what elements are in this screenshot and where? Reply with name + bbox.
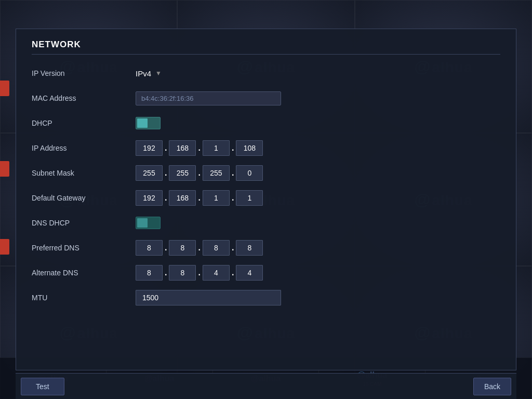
ip-octet-2[interactable]: 168 [169, 140, 196, 156]
gateway-dot-3: . [230, 193, 236, 203]
dhcp-label: DHCP [32, 119, 136, 127]
preferred-dns-octet-2[interactable]: 8 [169, 240, 196, 256]
preferred-dns-octet-1[interactable]: 8 [136, 240, 163, 256]
ip-octet-4[interactable]: 108 [236, 140, 263, 156]
dns-dhcp-label: DNS DHCP [32, 219, 136, 227]
gateway-dot-1: . [163, 193, 169, 203]
ip-version-value: IPv4 [136, 69, 151, 78]
preferred-dns-octet-3[interactable]: 8 [203, 240, 230, 256]
subnet-dot-2: . [196, 168, 202, 178]
dialog-title: NETWORK [32, 39, 500, 55]
subnet-mask-fields: 255 . 255 . 255 . 0 [136, 165, 263, 181]
alternate-dns-octet-3[interactable]: 4 [203, 265, 230, 281]
default-gateway-label: Default Gateway [32, 194, 136, 202]
mac-address-input: b4:4c:36:2f:16:36 [136, 91, 281, 105]
ip-version-dropdown[interactable]: IPv4 ▼ [136, 69, 162, 78]
alternate-dns-label: Alternate DNS [32, 269, 136, 277]
side-indicator-1 [0, 81, 9, 96]
alternate-dns-dot-1: . [163, 268, 169, 277]
preferred-dns-label: Preferred DNS [32, 244, 136, 252]
ip-version-row: IP Version IPv4 ▼ [32, 64, 500, 83]
gateway-octet-4[interactable]: 1 [236, 190, 263, 206]
mac-address-row: MAC Address b4:4c:36:2f:16:36 [32, 89, 500, 108]
subnet-octet-3[interactable]: 255 [203, 165, 230, 181]
gateway-octet-3[interactable]: 1 [203, 190, 230, 206]
alternate-dns-octet-2[interactable]: 8 [169, 265, 196, 281]
subnet-dot-3: . [230, 168, 236, 178]
gateway-octet-1[interactable]: 192 [136, 190, 163, 206]
gateway-octet-2[interactable]: 168 [169, 190, 196, 206]
bottom-action-bar: Test Back [16, 373, 516, 399]
subnet-octet-2[interactable]: 255 [169, 165, 196, 181]
subnet-octet-1[interactable]: 255 [136, 165, 163, 181]
ip-dot-2: . [196, 143, 202, 153]
ip-dot-1: . [163, 143, 169, 153]
subnet-mask-label: Subnet Mask [32, 169, 136, 177]
alternate-dns-dot-3: . [230, 268, 236, 277]
mtu-label: MTU [32, 294, 136, 302]
alternate-dns-octet-1[interactable]: 8 [136, 265, 163, 281]
gateway-dot-2: . [196, 193, 202, 203]
network-dialog: NETWORK IP Version IPv4 ▼ MAC Address b4… [16, 29, 516, 370]
dns-dhcp-row: DNS DHCP [32, 214, 500, 232]
subnet-mask-row: Subnet Mask 255 . 255 . 255 . 0 [32, 164, 500, 182]
ip-dot-3: . [230, 143, 236, 153]
dropdown-arrow-icon: ▼ [155, 70, 162, 77]
alternate-dns-octet-4[interactable]: 4 [236, 265, 263, 281]
alternate-dns-fields: 8 . 8 . 4 . 4 [136, 265, 263, 281]
back-button[interactable]: Back [473, 378, 511, 395]
dhcp-toggle-knob [137, 118, 148, 128]
subnet-octet-4[interactable]: 0 [236, 165, 263, 181]
ip-octet-3[interactable]: 1 [203, 140, 230, 156]
dns-dhcp-toggle[interactable] [136, 217, 161, 229]
test-button[interactable]: Test [21, 378, 64, 395]
ip-version-label: IP Version [32, 69, 136, 77]
subnet-dot-1: . [163, 168, 169, 178]
mtu-input[interactable]: 1500 [136, 290, 281, 305]
preferred-dns-dot-2: . [196, 243, 202, 252]
dns-dhcp-toggle-knob [137, 218, 148, 228]
ip-address-fields: 192 . 168 . 1 . 108 [136, 140, 263, 156]
alternate-dns-row: Alternate DNS 8 . 8 . 4 . 4 [32, 263, 500, 282]
default-gateway-row: Default Gateway 192 . 168 . 1 . 1 [32, 189, 500, 207]
mtu-row: MTU 1500 [32, 288, 500, 307]
default-gateway-fields: 192 . 168 . 1 . 1 [136, 190, 263, 206]
preferred-dns-fields: 8 . 8 . 8 . 8 [136, 240, 263, 256]
side-indicator-2 [0, 161, 9, 177]
dhcp-toggle[interactable] [136, 117, 161, 129]
preferred-dns-row: Preferred DNS 8 . 8 . 8 . 8 [32, 238, 500, 257]
dhcp-row: DHCP [32, 114, 500, 132]
side-indicator-3 [0, 239, 9, 255]
ip-octet-1[interactable]: 192 [136, 140, 163, 156]
alternate-dns-dot-2: . [196, 268, 202, 277]
preferred-dns-dot-3: . [230, 243, 236, 252]
preferred-dns-octet-4[interactable]: 8 [236, 240, 263, 256]
ip-address-row: IP Address 192 . 168 . 1 . 108 [32, 139, 500, 157]
mac-address-label: MAC Address [32, 94, 136, 102]
ip-address-label: IP Address [32, 144, 136, 152]
preferred-dns-dot-1: . [163, 243, 169, 252]
